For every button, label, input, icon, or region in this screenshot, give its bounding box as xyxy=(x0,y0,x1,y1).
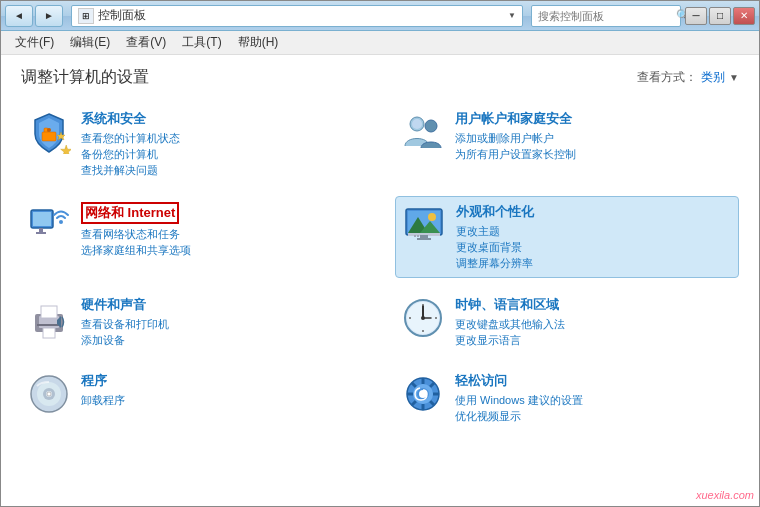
titlebar-nav: ◄ ► ⊞ 控制面板 ▼ 🔍 xyxy=(5,5,681,27)
category-appearance: 外观和个性化 更改主题 更改桌面背景 调整屏幕分辨率 xyxy=(395,196,739,278)
menu-tools[interactable]: 工具(T) xyxy=(176,32,227,53)
appearance-info: 外观和个性化 更改主题 更改桌面背景 调整屏幕分辨率 xyxy=(456,203,732,271)
svg-point-7 xyxy=(425,120,437,132)
view-label: 查看方式： xyxy=(637,69,697,86)
hardware-title: 硬件和声音 xyxy=(81,296,359,314)
system-link-2[interactable]: 查找并解决问题 xyxy=(81,163,359,178)
address-bar[interactable]: ⊞ 控制面板 ▼ xyxy=(71,5,523,27)
network-icon xyxy=(27,202,71,246)
view-arrow-icon[interactable]: ▼ xyxy=(729,72,739,83)
appearance-links: 更改主题 更改桌面背景 调整屏幕分辨率 xyxy=(456,224,732,271)
watermark: xuexila.com xyxy=(696,489,754,501)
back-button[interactable]: ◄ xyxy=(5,5,33,27)
address-text: 控制面板 xyxy=(98,7,504,24)
menu-edit[interactable]: 编辑(E) xyxy=(64,32,116,53)
hardware-link-1[interactable]: 添加设备 xyxy=(81,333,359,348)
programs-links: 卸载程序 xyxy=(81,393,359,408)
user-accounts-icon xyxy=(401,110,445,154)
accessibility-icon xyxy=(401,372,445,416)
address-icon: ⊞ xyxy=(78,8,94,24)
view-options: 查看方式： 类别 ▼ xyxy=(637,69,739,86)
network-info: 网络和 Internet 查看网络状态和任务 选择家庭组和共享选项 xyxy=(81,202,359,258)
view-type-button[interactable]: 类别 xyxy=(701,69,725,86)
programs-link-0[interactable]: 卸载程序 xyxy=(81,393,359,408)
svg-marker-3 xyxy=(61,145,71,154)
svg-rect-10 xyxy=(39,228,43,232)
user-accounts-info: 用户帐户和家庭安全 添加或删除用户帐户 为所有用户设置家长控制 xyxy=(455,110,733,162)
menu-view[interactable]: 查看(V) xyxy=(120,32,172,53)
svg-rect-22 xyxy=(417,238,431,240)
programs-info: 程序 卸载程序 xyxy=(81,372,359,408)
window-controls: ─ □ ✕ xyxy=(685,7,755,25)
category-accessibility: 轻松访问 使用 Windows 建议的设置 优化视频显示 xyxy=(395,366,739,430)
accessibility-link-0[interactable]: 使用 Windows 建议的设置 xyxy=(455,393,733,408)
menu-file[interactable]: 文件(F) xyxy=(9,32,60,53)
search-input[interactable] xyxy=(538,10,676,22)
accessibility-title: 轻松访问 xyxy=(455,372,733,390)
programs-title: 程序 xyxy=(81,372,359,390)
user-link-0[interactable]: 添加或删除用户帐户 xyxy=(455,131,733,146)
titlebar: ◄ ► ⊞ 控制面板 ▼ 🔍 ─ □ ✕ xyxy=(1,1,759,31)
hardware-links: 查看设备和打印机 添加设备 xyxy=(81,317,359,348)
system-security-info: 系统和安全 查看您的计算机状态 备份您的计算机 查找并解决问题 xyxy=(81,110,359,178)
clock-links: 更改键盘或其他输入法 更改显示语言 xyxy=(455,317,733,348)
search-bar[interactable]: 🔍 xyxy=(531,5,681,27)
network-title-highlight: 网络和 Internet xyxy=(81,202,179,224)
hardware-info: 硬件和声音 查看设备和打印机 添加设备 xyxy=(81,296,359,348)
system-security-link[interactable]: 系统和安全 xyxy=(81,111,146,126)
system-security-links: 查看您的计算机状态 备份您的计算机 查找并解决问题 xyxy=(81,131,359,178)
category-clock-language: 时钟、语言和区域 更改键盘或其他输入法 更改显示语言 xyxy=(395,290,739,354)
svg-point-12 xyxy=(59,220,63,224)
hardware-link[interactable]: 硬件和声音 xyxy=(81,297,146,312)
user-link-1[interactable]: 为所有用户设置家长控制 xyxy=(455,147,733,162)
svg-rect-11 xyxy=(36,232,46,234)
system-link-0[interactable]: 查看您的计算机状态 xyxy=(81,131,359,146)
programs-link[interactable]: 程序 xyxy=(81,373,107,388)
main-window: ◄ ► ⊞ 控制面板 ▼ 🔍 ─ □ ✕ 文件(F) 编辑(E) 查看(V) 工… xyxy=(0,0,760,507)
system-link-1[interactable]: 备份您的计算机 xyxy=(81,147,359,162)
clock-link[interactable]: 时钟、语言和区域 xyxy=(455,297,559,312)
accessibility-links: 使用 Windows 建议的设置 优化视频显示 xyxy=(455,393,733,424)
hardware-icon xyxy=(27,296,71,340)
appearance-link-1[interactable]: 更改桌面背景 xyxy=(456,240,732,255)
svg-rect-9 xyxy=(33,212,51,226)
appearance-icon xyxy=(402,203,446,247)
svg-point-6 xyxy=(412,119,422,129)
svg-point-33 xyxy=(421,316,425,320)
user-accounts-links: 添加或删除用户帐户 为所有用户设置家长控制 xyxy=(455,131,733,162)
programs-icon xyxy=(27,372,71,416)
category-user-accounts: 用户帐户和家庭安全 添加或删除用户帐户 为所有用户设置家长控制 xyxy=(395,104,739,184)
address-dropdown-icon[interactable]: ▼ xyxy=(508,11,516,20)
clock-link-1[interactable]: 更改显示语言 xyxy=(455,333,733,348)
svg-point-2 xyxy=(47,128,51,132)
network-link-0[interactable]: 查看网络状态和任务 xyxy=(81,227,359,242)
clock-link-0[interactable]: 更改键盘或其他输入法 xyxy=(455,317,733,332)
appearance-link[interactable]: 外观和个性化 xyxy=(456,204,534,219)
network-link-1[interactable]: 选择家庭组和共享选项 xyxy=(81,243,359,258)
maximize-button[interactable]: □ xyxy=(709,7,731,25)
accessibility-link-1[interactable]: 优化视频显示 xyxy=(455,409,733,424)
accessibility-info: 轻松访问 使用 Windows 建议的设置 优化视频显示 xyxy=(455,372,733,424)
hardware-link-0[interactable]: 查看设备和打印机 xyxy=(81,317,359,332)
appearance-link-0[interactable]: 更改主题 xyxy=(456,224,732,239)
category-programs: 程序 卸载程序 xyxy=(21,366,365,430)
appearance-link-2[interactable]: 调整屏幕分辨率 xyxy=(456,256,732,271)
clock-info: 时钟、语言和区域 更改键盘或其他输入法 更改显示语言 xyxy=(455,296,733,348)
forward-button[interactable]: ► xyxy=(35,5,63,27)
menu-help[interactable]: 帮助(H) xyxy=(232,32,285,53)
close-button[interactable]: ✕ xyxy=(733,7,755,25)
svg-rect-20 xyxy=(417,235,419,237)
minimize-button[interactable]: ─ xyxy=(685,7,707,25)
svg-rect-27 xyxy=(43,328,55,338)
accessibility-link[interactable]: 轻松访问 xyxy=(455,373,507,388)
system-security-title: 系统和安全 xyxy=(81,110,359,128)
user-accounts-title: 用户帐户和家庭安全 xyxy=(455,110,733,128)
clock-title: 时钟、语言和区域 xyxy=(455,296,733,314)
svg-rect-19 xyxy=(414,235,416,237)
network-internet-link[interactable]: 网络和 Internet xyxy=(85,205,175,220)
categories-grid: 系统和安全 查看您的计算机状态 备份您的计算机 查找并解决问题 xyxy=(21,104,739,430)
user-accounts-link[interactable]: 用户帐户和家庭安全 xyxy=(455,111,572,126)
clock-icon xyxy=(401,296,445,340)
category-system-security: 系统和安全 查看您的计算机状态 备份您的计算机 查找并解决问题 xyxy=(21,104,365,184)
nav-buttons: ◄ ► xyxy=(5,5,63,27)
